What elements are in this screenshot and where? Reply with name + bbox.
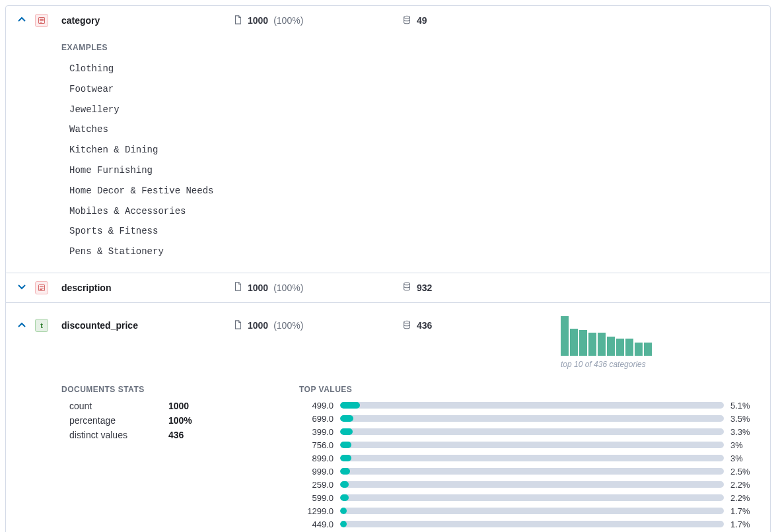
svg-rect-6: [40, 286, 44, 287]
text-type-icon: [35, 281, 48, 294]
svg-rect-8: [40, 289, 42, 290]
top-value-bar: [340, 494, 724, 501]
top-value-bar: [340, 481, 724, 488]
top-value-bar: [340, 521, 724, 527]
top-value-pct: 3.3%: [730, 427, 759, 437]
keyword-type-icon: t: [35, 319, 48, 332]
top-value-pct: 1.7%: [730, 506, 759, 516]
top-values-header: TOP VALUES: [299, 385, 759, 394]
discounted-price-details-panel: DOCUMENTS STATS count 1000 percentage 10…: [6, 374, 770, 532]
top-value-row: 1299.01.7%: [299, 506, 759, 516]
stat-value: 1000: [168, 401, 189, 411]
top-value-label: 259.0: [299, 480, 334, 490]
example-item: Kitchen & Dining: [69, 140, 759, 160]
distinct-value: 932: [417, 283, 432, 293]
svg-rect-3: [40, 22, 42, 22]
svg-point-10: [404, 321, 410, 323]
doc-count-value: 1000: [248, 15, 268, 26]
chevron-up-icon[interactable]: [17, 15, 35, 27]
field-row-description[interactable]: description 1000 (100%) 932: [6, 273, 770, 303]
field-type-icon-cell: [35, 14, 61, 27]
doc-count-value: 1000: [248, 320, 268, 331]
mini-bar: [635, 343, 643, 356]
example-item: Sports & Fitness: [69, 221, 759, 242]
distinct-cell: 932: [402, 282, 561, 293]
top-value-label: 499.0: [299, 401, 334, 411]
field-row-discounted-price[interactable]: t discounted_price 1000 (100%) 436 top 1…: [6, 303, 770, 374]
top-value-pct: 3%: [730, 453, 759, 463]
example-item: Mobiles & Accessories: [69, 201, 759, 222]
svg-rect-2: [40, 20, 44, 21]
top-value-row: 699.03.5%: [299, 414, 759, 424]
svg-point-4: [404, 16, 410, 18]
distinct-value: 436: [417, 320, 432, 331]
top-value-label: 699.0: [299, 414, 334, 424]
top-value-bar: [340, 428, 724, 435]
top-value-label: 999.0: [299, 467, 334, 477]
top-value-bar: [340, 415, 724, 422]
field-row-category[interactable]: category 1000 (100%) 49: [6, 6, 770, 35]
mini-bars: [561, 316, 652, 356]
example-item: Pens & Stationery: [69, 242, 759, 262]
stat-percentage: percentage 100%: [69, 415, 246, 426]
top-value-row: 449.01.7%: [299, 519, 759, 529]
mini-bar: [644, 343, 652, 356]
example-item: Home Decor & Festive Needs: [69, 181, 759, 201]
mini-bar: [616, 339, 624, 356]
stat-value: 100%: [168, 415, 192, 426]
top-value-pct: 5.1%: [730, 401, 759, 411]
mini-bar: [598, 333, 606, 356]
mini-bar: [579, 330, 587, 356]
database-icon: [402, 15, 411, 26]
distinct-cell: 436: [402, 316, 561, 331]
doc-count-cell: 1000 (100%): [233, 15, 402, 26]
top-values-block: TOP VALUES 499.05.1%699.03.5%399.03.3%75…: [299, 385, 759, 532]
chevron-up-icon[interactable]: [17, 316, 35, 333]
top-value-label: 756.0: [299, 440, 334, 450]
database-icon: [402, 282, 411, 293]
stat-count: count 1000: [69, 401, 246, 411]
doc-count-pct: (100%): [273, 283, 303, 293]
top-value-pct: 2.2%: [730, 493, 759, 503]
field-type-icon-cell: [35, 281, 61, 294]
documents-stats-block: DOCUMENTS STATS count 1000 percentage 10…: [61, 385, 246, 532]
top-value-row: 399.03.3%: [299, 427, 759, 437]
svg-point-9: [404, 283, 410, 286]
top-value-bar: [340, 455, 724, 461]
example-item: Watches: [69, 119, 759, 140]
top-value-row: 499.05.1%: [299, 401, 759, 411]
examples-header: EXAMPLES: [61, 43, 759, 52]
doc-count-pct: (100%): [273, 320, 303, 331]
distinct-value: 49: [417, 15, 427, 26]
mini-bar: [607, 337, 615, 356]
top-value-label: 449.0: [299, 519, 334, 529]
top-value-pct: 2.5%: [730, 467, 759, 477]
top-value-row: 999.02.5%: [299, 467, 759, 477]
svg-rect-1: [40, 19, 44, 20]
top-value-row: 599.02.2%: [299, 493, 759, 503]
field-name: description: [61, 283, 233, 293]
top-value-label: 899.0: [299, 453, 334, 463]
mini-chart-caption: top 10 of 436 categories: [561, 360, 646, 369]
mini-chart: top 10 of 436 categories: [561, 316, 759, 369]
top-value-label: 1299.0: [299, 506, 334, 516]
stat-label: count: [69, 401, 168, 411]
top-value-label: 599.0: [299, 493, 334, 503]
example-item: Home Furnishing: [69, 160, 759, 181]
doc-count-pct: (100%): [273, 15, 303, 26]
top-value-bar: [340, 442, 724, 448]
document-icon: [233, 15, 242, 26]
doc-count-cell: 1000 (100%): [233, 316, 402, 331]
category-details-panel: EXAMPLES ClothingFootwearJewelleryWatche…: [6, 35, 770, 273]
example-item: Footwear: [69, 79, 759, 100]
stat-label: distinct values: [69, 430, 168, 440]
mini-bar: [625, 339, 633, 356]
field-name: discounted_price: [61, 316, 233, 331]
top-value-row: 259.02.2%: [299, 480, 759, 490]
chevron-down-icon[interactable]: [17, 281, 35, 294]
top-value-pct: 1.7%: [730, 519, 759, 529]
stat-label: percentage: [69, 415, 168, 426]
documents-stats-header: DOCUMENTS STATS: [61, 385, 246, 394]
field-name: category: [61, 15, 233, 26]
document-icon: [233, 320, 242, 331]
